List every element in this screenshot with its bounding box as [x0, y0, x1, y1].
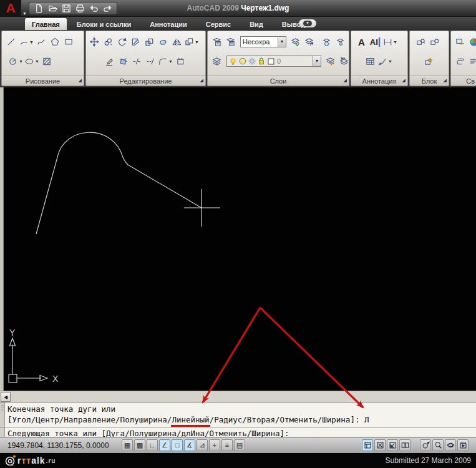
layout-button[interactable] — [374, 439, 386, 451]
panel-title-layers[interactable]: Слои — [208, 76, 349, 85]
canvas-left-rail — [0, 87, 4, 391]
layer-off-button[interactable] — [324, 55, 337, 67]
ellipse-button[interactable]: ▼ — [24, 55, 40, 67]
layer-properties-button[interactable] — [210, 55, 223, 67]
join-button[interactable] — [157, 36, 170, 48]
break-button[interactable] — [130, 55, 143, 67]
status-toggle-grid[interactable]: ▩ — [134, 439, 145, 451]
current-layer-name: 0 — [275, 57, 313, 65]
insert-block-button[interactable] — [414, 36, 427, 48]
text-button[interactable]: A — [355, 36, 368, 48]
status-toggle-qp[interactable]: ▤ — [234, 439, 245, 451]
edit-block-button[interactable] — [428, 36, 441, 48]
status-toggle-otrack[interactable]: ∡ — [184, 439, 195, 451]
tab-annotate[interactable]: Аннотации — [148, 18, 188, 30]
orbit-button[interactable] — [445, 439, 456, 451]
dual-view-button[interactable] — [399, 439, 410, 451]
line-button[interactable] — [5, 36, 18, 48]
status-toggle-snap[interactable]: ▦ — [122, 439, 133, 451]
layer-previous-button[interactable] — [338, 55, 349, 67]
panel-title-draw[interactable]: Рисование — [2, 76, 84, 85]
rotate-button[interactable] — [115, 36, 129, 48]
tab-home[interactable]: Главная — [25, 18, 67, 30]
model-button[interactable] — [362, 439, 373, 451]
zoom-button[interactable] — [432, 439, 444, 451]
create-block-button[interactable] — [422, 55, 435, 67]
array-button[interactable]: ▼ — [184, 36, 200, 48]
circle-icon — [9, 57, 18, 66]
copy-button[interactable] — [102, 36, 115, 48]
fillet-icon — [158, 57, 168, 66]
panel-title-properties[interactable]: Св — [451, 76, 476, 85]
make-current-button[interactable] — [289, 36, 302, 48]
circle-button[interactable]: ▼ — [8, 55, 24, 67]
tab-blocks-references[interactable]: Блоки и ссылки — [75, 18, 133, 30]
color-wheel-button[interactable] — [467, 36, 476, 48]
ribbon-minimize-button[interactable]: ▼ — [299, 19, 316, 27]
polyline-button[interactable] — [35, 36, 48, 48]
panel-launcher-icon[interactable]: ◢ — [444, 76, 447, 85]
layer-bulb-icon[interactable] — [229, 57, 237, 66]
status-toggle-osnap[interactable]: □ — [172, 439, 183, 451]
scroll-button[interactable] — [454, 55, 467, 67]
panel-launcher-icon[interactable]: ◢ — [402, 76, 406, 85]
command-window-grip[interactable] — [0, 402, 5, 437]
panel-title-modify[interactable]: Редактирование — [86, 76, 205, 85]
arc-button[interactable]: ▼ — [19, 36, 34, 48]
mirror-button[interactable] — [170, 36, 183, 48]
layer-states-button[interactable] — [210, 36, 223, 48]
status-toggle-ortho[interactable]: ∟ — [147, 439, 158, 451]
edit-text-button[interactable]: AI| — [369, 36, 382, 48]
layer-settings-button[interactable] — [320, 36, 333, 48]
drawing-canvas[interactable]: Y X — [0, 87, 476, 391]
move-button[interactable] — [88, 36, 101, 48]
fillet-button[interactable]: ▼ — [158, 55, 173, 67]
layout2-button[interactable] — [387, 439, 398, 451]
showmotion-button[interactable] — [457, 439, 469, 451]
clip-button[interactable] — [174, 55, 187, 67]
hatch-icon — [42, 57, 52, 66]
rectangle-button[interactable] — [62, 36, 75, 48]
dimension-button[interactable]: ▼ — [382, 36, 398, 48]
table-button[interactable] — [364, 55, 377, 67]
scale-button[interactable] — [143, 36, 156, 48]
status-toggle-polar[interactable]: ∠ — [159, 439, 170, 451]
chevron-down-icon[interactable]: ▼ — [278, 37, 286, 47]
match-properties-button[interactable] — [454, 36, 467, 48]
chevron-down-icon[interactable]: ▼ — [313, 56, 321, 66]
panel-launcher-icon[interactable]: ◢ — [344, 76, 347, 85]
command-window[interactable]: Конечная точка дуги или [Угол/Центр/Напр… — [0, 402, 476, 437]
trim-button[interactable] — [129, 36, 142, 48]
scroll-left-button[interactable]: ◀ — [1, 392, 11, 402]
tab-tools[interactable]: Сервис — [205, 18, 232, 30]
horizontal-scrollbar[interactable]: ◀ — [0, 391, 476, 402]
layer-sun-icon[interactable] — [248, 57, 256, 66]
steering-wheel-button[interactable] — [420, 439, 431, 451]
panel-launcher-icon[interactable]: ◢ — [79, 76, 82, 85]
match-layer-button[interactable] — [303, 36, 316, 48]
layer-lock-icon[interactable] — [257, 57, 266, 66]
polygon-button[interactable] — [49, 36, 62, 48]
status-toggle-ducs[interactable]: ⊿ — [197, 439, 208, 451]
panel-title-annotation[interactable]: Аннотация — [351, 76, 407, 85]
layer-color-icon[interactable] — [238, 57, 247, 66]
line-icon — [7, 37, 16, 47]
break-at-point-button[interactable] — [144, 55, 157, 67]
layer-swatch-icon[interactable] — [267, 57, 275, 66]
tab-view[interactable]: Вид — [248, 18, 265, 30]
panel-launcher-icon[interactable]: ◢ — [200, 76, 203, 85]
layer-manager-button[interactable] — [224, 36, 237, 48]
status-toggle-lwt[interactable]: ≡ — [221, 439, 233, 451]
autocad-window: A ▼ AutoCAD 2009 Чертеж1.dwg ГлавнаяБлок… — [0, 0, 476, 468]
explode-button[interactable] — [117, 55, 130, 67]
layer-state-combo[interactable]: Несохра ▼ — [240, 36, 286, 47]
status-toggle-dyn[interactable]: + — [209, 439, 220, 451]
leader-button[interactable]: ▼ — [377, 55, 393, 67]
linetype-button[interactable] — [467, 55, 476, 67]
layer-combo[interactable]: 0 ▼ — [226, 56, 321, 67]
hatch-button[interactable] — [41, 55, 54, 67]
coordinates-readout[interactable]: 1949.7804, 1130.1755, 0.0000 — [7, 441, 109, 450]
arttalk-logo[interactable]: rттalk.ru — [4, 454, 56, 467]
erase-button[interactable] — [103, 55, 116, 67]
layer-isolate-button[interactable] — [334, 36, 347, 48]
